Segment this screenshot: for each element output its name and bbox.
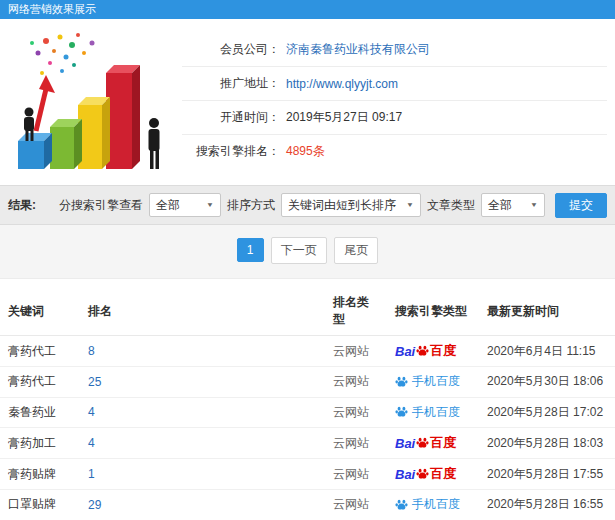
table-row: 秦鲁药业4云网站手机百度2020年5月28日 17:02 [0, 397, 615, 428]
keyword-cell: 膏药代工 [0, 336, 80, 367]
engine-type-cell: 手机百度 [387, 397, 479, 428]
open-time-row: 开通时间： 2019年5月27日 09:17 [182, 101, 607, 135]
next-page-button[interactable]: 下一页 [271, 237, 327, 264]
red-bar [106, 65, 140, 169]
company-info-panel: 会员公司： 济南秦鲁药业科技有限公司 推广地址： http://www.qlyy… [182, 33, 607, 177]
sort-filter-label: 排序方式 [227, 197, 275, 214]
engine-select-value: 全部 [156, 197, 180, 214]
chevron-down-icon: ▼ [406, 201, 414, 208]
submit-button[interactable]: 提交 [555, 193, 607, 218]
filter-controls: 分搜索引擎查看 全部 ▼ 排序方式 关键词由短到长排序 ▼ 文章类型 全部 ▼ … [59, 193, 607, 218]
article-type-select[interactable]: 全部 ▼ [481, 193, 545, 217]
baidu-logo-icon: Bai百度 [395, 342, 456, 360]
open-time-label: 开通时间： [182, 109, 280, 126]
engine-type-cell: Bai百度 [387, 336, 479, 367]
filter-bar: 结果: 分搜索引擎查看 全部 ▼ 排序方式 关键词由短到长排序 ▼ 文章类型 全… [0, 185, 615, 225]
rank-link[interactable]: 1 [88, 467, 95, 481]
paw-icon [395, 376, 408, 388]
engine-select[interactable]: 全部 ▼ [149, 193, 221, 217]
table-header-row: 关键词 排名 排名类型 搜索引擎类型 最新更新时间 [0, 287, 615, 336]
table-row: 膏药代工25云网站手机百度2020年5月30日 18:06 [0, 367, 615, 398]
col-header-rank-type: 排名类型 [325, 287, 387, 336]
confetti-dots [30, 33, 95, 75]
article-type-label: 文章类型 [427, 197, 475, 214]
table-body: 膏药代工8云网站Bai百度2020年6月4日 11:15膏药代工25云网站手机百… [0, 336, 615, 520]
promotion-url-link[interactable]: http://www.qlyyjt.com [286, 77, 398, 91]
businessman-right-figure [149, 118, 160, 169]
col-header-update-time: 最新更新时间 [479, 287, 615, 336]
page-title-bar: 网络营销效果展示 [0, 0, 615, 19]
keyword-rank-table: 关键词 排名 排名类型 搜索引擎类型 最新更新时间 膏药代工8云网站Bai百度2… [0, 287, 615, 520]
page-1-button[interactable]: 1 [237, 238, 264, 262]
update-time-cell: 2020年5月28日 16:55 [479, 490, 615, 520]
rank-link[interactable]: 4 [88, 436, 95, 450]
rank-link[interactable]: 8 [88, 344, 95, 358]
update-time-cell: 2020年5月28日 17:55 [479, 459, 615, 490]
col-header-engine-type: 搜索引擎类型 [387, 287, 479, 336]
engine-filter-label: 分搜索引擎查看 [59, 197, 143, 214]
blue-bar [18, 133, 52, 169]
keyword-cell: 口罩贴牌 [0, 490, 80, 520]
sort-select-value: 关键词由短到长排序 [288, 197, 396, 214]
member-company-label: 会员公司： [182, 41, 280, 58]
baidu-logo-icon: Bai百度 [395, 434, 456, 452]
col-header-rank: 排名 [80, 287, 325, 336]
baidu-logo-icon: Bai百度 [395, 465, 456, 483]
rank-link[interactable]: 4 [88, 405, 95, 419]
rank-type-cell: 云网站 [325, 428, 387, 459]
last-page-button[interactable]: 尾页 [334, 237, 378, 264]
paw-icon [416, 345, 429, 357]
engine-type-cell: Bai百度 [387, 459, 479, 490]
sort-select[interactable]: 关键词由短到长排序 ▼ [281, 193, 421, 217]
engine-type-cell: 手机百度 [387, 490, 479, 520]
mobile-baidu-icon: 手机百度 [395, 373, 460, 390]
paw-icon [416, 437, 429, 449]
rank-type-cell: 云网站 [325, 490, 387, 520]
result-label: 结果: [8, 197, 36, 214]
paw-icon [395, 406, 408, 418]
chevron-down-icon: ▼ [206, 201, 214, 208]
rank-link[interactable]: 29 [88, 498, 101, 512]
rank-type-cell: 云网站 [325, 336, 387, 367]
chevron-down-icon: ▼ [530, 201, 538, 208]
engine-rank-count-label: 搜索引擎排名： [182, 143, 280, 160]
mobile-baidu-icon: 手机百度 [395, 496, 460, 513]
member-company-row: 会员公司： 济南秦鲁药业科技有限公司 [182, 33, 607, 67]
engine-type-cell: Bai百度 [387, 428, 479, 459]
paw-icon [395, 499, 408, 511]
keyword-cell: 膏药加工 [0, 428, 80, 459]
rank-type-cell: 云网站 [325, 459, 387, 490]
rank-type-cell: 云网站 [325, 397, 387, 428]
green-bar [50, 119, 82, 169]
keyword-cell: 膏药代工 [0, 367, 80, 398]
table-row: 膏药贴牌1云网站Bai百度2020年5月28日 17:55 [0, 459, 615, 490]
table-row: 口罩贴牌29云网站手机百度2020年5月28日 16:55 [0, 490, 615, 520]
col-header-keyword: 关键词 [0, 287, 80, 336]
update-time-cell: 2020年5月28日 18:03 [479, 428, 615, 459]
bar-chart-clipart-image [6, 29, 168, 177]
rank-type-cell: 云网站 [325, 367, 387, 398]
article-type-select-value: 全部 [488, 197, 512, 214]
rank-link[interactable]: 25 [88, 375, 101, 389]
keyword-cell: 膏药贴牌 [0, 459, 80, 490]
keyword-cell: 秦鲁药业 [0, 397, 80, 428]
growth-arrow-icon [36, 75, 55, 131]
marketing-effect-page: 网络营销效果展示 [0, 0, 615, 520]
yellow-bar [78, 97, 110, 169]
update-time-cell: 2020年5月30日 18:06 [479, 367, 615, 398]
engine-type-cell: 手机百度 [387, 367, 479, 398]
open-time-value: 2019年5月27日 09:17 [286, 109, 402, 126]
update-time-cell: 2020年6月4日 11:15 [479, 336, 615, 367]
mobile-baidu-icon: 手机百度 [395, 404, 460, 421]
table-row: 膏药加工4云网站Bai百度2020年5月28日 18:03 [0, 428, 615, 459]
promotion-url-label: 推广地址： [182, 75, 280, 92]
engine-rank-count-row: 搜索引擎排名： 4895条 [182, 135, 607, 168]
promotion-url-row: 推广地址： http://www.qlyyjt.com [182, 67, 607, 101]
table-row: 膏药代工8云网站Bai百度2020年6月4日 11:15 [0, 336, 615, 367]
engine-rank-count-value: 4895条 [286, 143, 325, 160]
paw-icon [416, 468, 429, 480]
update-time-cell: 2020年5月28日 17:02 [479, 397, 615, 428]
pagination: 1 下一页 尾页 [0, 225, 615, 279]
top-section: 会员公司： 济南秦鲁药业科技有限公司 推广地址： http://www.qlyy… [0, 19, 615, 185]
member-company-link[interactable]: 济南秦鲁药业科技有限公司 [286, 41, 430, 58]
